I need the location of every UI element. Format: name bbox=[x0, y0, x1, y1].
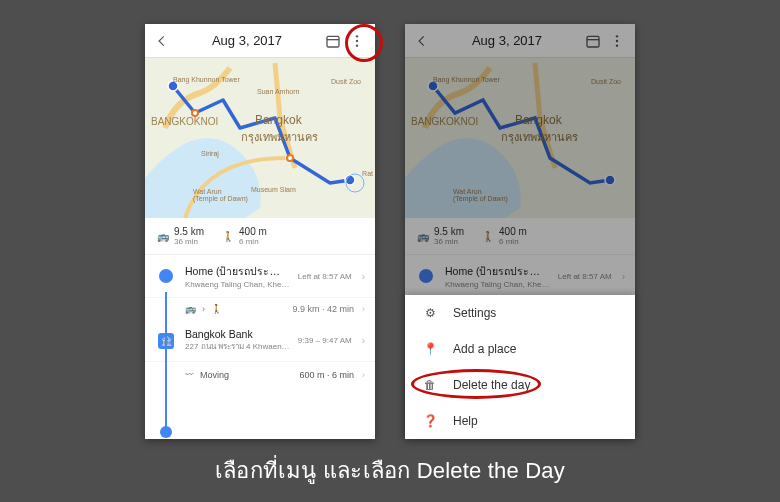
sheet-item-delete-day[interactable]: 🗑 Delete the day bbox=[405, 367, 635, 403]
map-label: Suan Amhorn bbox=[257, 88, 299, 95]
stat-walk-dist: 400 m bbox=[499, 226, 527, 237]
map-label: Wat Arun (Temple of Dawn) bbox=[453, 188, 508, 202]
bus-icon: 🚌 bbox=[185, 304, 196, 314]
svg-point-3 bbox=[356, 39, 358, 41]
sheet-item-settings[interactable]: ⚙ Settings bbox=[405, 295, 635, 331]
stats-row: 🚌 9.5 km 36 min 🚶 400 m 6 min bbox=[405, 218, 635, 255]
moving-duration: 600 m · 6 min bbox=[299, 370, 354, 380]
entry-subtitle: Khwaeng Taling Chan, Khet Taling Chan, K… bbox=[185, 280, 290, 289]
svg-point-9 bbox=[287, 155, 293, 161]
map-label: Museum Siam bbox=[251, 186, 296, 193]
svg-point-4 bbox=[356, 44, 358, 46]
svg-point-14 bbox=[616, 39, 618, 41]
calendar-button[interactable] bbox=[581, 29, 605, 53]
stat-transit-time: 36 min bbox=[434, 237, 464, 246]
chevron-right-icon: › bbox=[362, 370, 365, 380]
calendar-icon bbox=[325, 33, 341, 49]
map-label: Dusit Zoo bbox=[331, 78, 361, 85]
walk-icon: 🚶 bbox=[222, 231, 234, 242]
back-button[interactable] bbox=[151, 30, 173, 52]
entry-title: Home (ป้ายรถประจำทาง บางขุน... bbox=[445, 263, 550, 280]
svg-rect-11 bbox=[587, 36, 599, 47]
header-bar: Aug 3, 2017 bbox=[405, 24, 635, 58]
header-bar: Aug 3, 2017 bbox=[145, 24, 375, 58]
chevron-right-icon: › bbox=[202, 304, 205, 314]
timeline-moving-row[interactable]: 〰 Moving 600 m · 6 min › bbox=[145, 362, 375, 388]
svg-point-15 bbox=[616, 44, 618, 46]
stat-walk-time: 6 min bbox=[239, 237, 267, 246]
entry-subtitle: 227 ถนน พระราม 4 Khwaeng Rong Muang, Kh.… bbox=[185, 340, 290, 353]
chevron-left-icon bbox=[415, 34, 429, 48]
map-label-city-th: กรุงเทพมหานคร bbox=[241, 128, 318, 146]
sheet-item-label: Delete the day bbox=[453, 378, 530, 392]
transit-duration: 9.9 km · 42 min bbox=[292, 304, 354, 314]
moving-icon: 〰 bbox=[185, 370, 194, 380]
timeline-end-dot bbox=[160, 426, 172, 438]
stat-walk-time: 6 min bbox=[499, 237, 527, 246]
gear-icon: ⚙ bbox=[421, 306, 439, 320]
map-panel[interactable]: Bang Khunnon Tower BANGKOKNOI Siriraj Wa… bbox=[145, 58, 375, 218]
back-button[interactable] bbox=[411, 30, 433, 52]
chevron-right-icon: › bbox=[362, 271, 365, 282]
map-label: Dusit Zoo bbox=[591, 78, 621, 85]
entry-time: 9:39 – 9:47 AM bbox=[298, 336, 352, 345]
entry-time: Left at 8:57 AM bbox=[298, 272, 352, 281]
timeline-entry-home[interactable]: Home (ป้ายรถประจำทาง บางขุน... Khwaeng T… bbox=[145, 255, 375, 298]
timeline-entry-home: Home (ป้ายรถประจำทาง บางขุน... Khwaeng T… bbox=[405, 255, 635, 298]
trash-icon: 🗑 bbox=[421, 378, 439, 392]
more-vert-icon bbox=[609, 33, 625, 49]
map-label: BANGKOKNOI bbox=[151, 116, 218, 127]
stat-walk: 🚶 400 m 6 min bbox=[222, 226, 267, 246]
sheet-item-help[interactable]: ❓ Help bbox=[405, 403, 635, 439]
stat-transit-time: 36 min bbox=[174, 237, 204, 246]
walk-icon: 🚶 bbox=[211, 304, 222, 314]
walk-icon: 🚶 bbox=[482, 231, 494, 242]
entry-title: Bangkok Bank bbox=[185, 328, 290, 340]
map-label-city: Bangkok bbox=[255, 113, 302, 127]
stat-walk-dist: 400 m bbox=[239, 226, 267, 237]
svg-rect-0 bbox=[327, 36, 339, 47]
bus-icon: 🚌 bbox=[157, 231, 169, 242]
phone-left: Aug 3, 2017 Bang Kh bbox=[145, 24, 375, 439]
sheet-item-label: Settings bbox=[453, 306, 496, 320]
pin-icon: 📍 bbox=[421, 342, 439, 356]
stat-transit-dist: 9.5 km bbox=[434, 226, 464, 237]
moving-label: Moving bbox=[200, 370, 229, 380]
help-icon: ❓ bbox=[421, 414, 439, 428]
entry-time: Left at 8:57 AM bbox=[558, 272, 612, 281]
timeline-connector bbox=[165, 292, 167, 432]
map-label-city: Bangkok bbox=[515, 113, 562, 127]
more-menu-button[interactable] bbox=[605, 29, 629, 53]
svg-point-18 bbox=[605, 175, 615, 185]
chevron-right-icon: › bbox=[362, 335, 365, 346]
header-date: Aug 3, 2017 bbox=[433, 33, 581, 48]
entry-title: Home (ป้ายรถประจำทาง บางขุน... bbox=[185, 263, 290, 280]
map-label-city-th: กรุงเทพมหานคร bbox=[501, 128, 578, 146]
map-label: Wat Arun (Temple of Dawn) bbox=[193, 188, 248, 202]
map-label: Bang Khunnon Tower bbox=[433, 76, 500, 83]
stat-transit: 🚌 9.5 km 36 min bbox=[157, 226, 204, 246]
more-menu-button[interactable] bbox=[345, 29, 369, 53]
entry-subtitle: Khwaeng Taling Chan, Khet Taling Chan, K… bbox=[445, 280, 550, 289]
svg-point-13 bbox=[616, 35, 618, 37]
map-label: Rat bbox=[362, 170, 373, 177]
bottom-sheet: ⚙ Settings 📍 Add a place 🗑 Delete the da… bbox=[405, 295, 635, 439]
sheet-item-label: Add a place bbox=[453, 342, 516, 356]
timeline-entry-bank[interactable]: 🏦 Bangkok Bank 227 ถนน พระราม 4 Khwaeng … bbox=[145, 320, 375, 362]
more-vert-icon bbox=[349, 33, 365, 49]
map-label: BANGKOKNOI bbox=[411, 116, 478, 127]
sheet-item-add-place[interactable]: 📍 Add a place bbox=[405, 331, 635, 367]
svg-point-2 bbox=[356, 35, 358, 37]
chevron-right-icon: › bbox=[362, 304, 365, 314]
map-label: Siriraj bbox=[201, 150, 219, 157]
header-date: Aug 3, 2017 bbox=[173, 33, 321, 48]
instruction-caption: เลือกที่เมนู และเลือก Delete the Day bbox=[0, 453, 780, 488]
timeline-transit-row[interactable]: 🚌 › 🚶 9.9 km · 42 min › bbox=[145, 298, 375, 320]
chevron-left-icon bbox=[155, 34, 169, 48]
stat-transit-dist: 9.5 km bbox=[174, 226, 204, 237]
map-panel: Bang Khunnon Tower BANGKOKNOI Wat Arun (… bbox=[405, 58, 635, 218]
calendar-button[interactable] bbox=[321, 29, 345, 53]
phone-right: Aug 3, 2017 Bang Khunnon Tower BANGKOKNO… bbox=[405, 24, 635, 439]
map-label: Bang Khunnon Tower bbox=[173, 76, 240, 83]
sheet-item-label: Help bbox=[453, 414, 478, 428]
